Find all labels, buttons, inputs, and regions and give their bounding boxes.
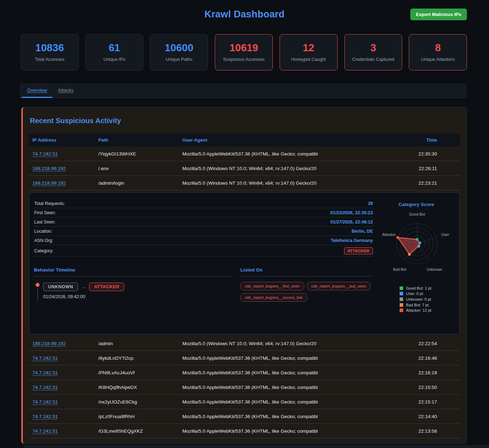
time-cell: 22:16:46	[396, 355, 456, 361]
ip-address-link[interactable]: 188.218.99.192	[32, 341, 66, 346]
column-header-path: Path	[98, 137, 182, 143]
ip-address-link[interactable]: 74.7.242.51	[32, 355, 58, 361]
timeline-from-badge: UNKNOWN	[43, 283, 78, 291]
path-cell: /G3Lme9ShEQgXKZ	[98, 428, 182, 434]
stat-label: Honeypot Caught	[282, 57, 335, 62]
table-row[interactable]: 74.7.242.51/PN9LvAcJ4uoVfMozilla/5.0 App…	[29, 365, 460, 380]
time-cell: 22:15:50	[396, 385, 456, 390]
listed-on-title: Listed On	[240, 267, 373, 276]
info-label: Location:	[34, 229, 52, 234]
stat-label: Total Accesses	[23, 57, 76, 62]
listed-on-badge: cidr_report_bogons__first_seen	[240, 282, 304, 290]
path-cell: /admin	[98, 341, 182, 346]
path-cell: /YiqykGI13WHXE	[98, 151, 182, 157]
time-cell: 22:35:30	[396, 151, 456, 157]
stat-value: 10600	[152, 42, 206, 54]
table-row[interactable]: 74.7.242.51/8ykdLnDYTi2cpMozilla/5.0 App…	[29, 351, 460, 365]
ip-address-link[interactable]: 188.218.99.192	[32, 166, 66, 171]
legend-item: Good Bot: 1 pt	[400, 285, 455, 291]
timeline-timestamp: 01/24/2026, 09:42:00	[43, 294, 124, 299]
ip-address-link[interactable]: 188.218.99.192	[32, 180, 66, 186]
ip-address-link[interactable]: 74.7.242.51	[32, 151, 58, 157]
ip-detail-panel: Total Requests:39First Seen:01/23/2026, …	[29, 192, 460, 334]
time-cell: 22:26:11	[396, 166, 456, 171]
user-agent-cell: Mozilla/5.0 AppleWebKit/537.36 (KHTML, l…	[182, 385, 396, 390]
table-row[interactable]: 74.7.242.51/nx2yUOZuE6CkgMozilla/5.0 App…	[29, 395, 460, 409]
stats-row: 10836Total Accesses61Unique IPs10600Uniq…	[21, 34, 467, 70]
table-row[interactable]: 188.218.99.192/adminMozilla/5.0 (Windows…	[29, 336, 460, 351]
tab-attacks[interactable]: Attacks	[52, 83, 79, 98]
time-cell: 22:22:54	[396, 341, 456, 346]
info-label: Last Seen:	[34, 220, 56, 225]
table-row[interactable]: 74.7.242.51/K8HQq9hAipeDXMozilla/5.0 App…	[29, 380, 460, 395]
stat-value: 3	[347, 42, 400, 54]
radar-axis-label: User	[441, 232, 449, 237]
stat-value: 12	[282, 42, 335, 54]
listed-on-badge: cidr_report_bogons__source_link	[240, 293, 307, 302]
info-value: 01/27/2026, 22:48:12	[330, 220, 373, 225]
path-cell: /.env	[98, 166, 182, 171]
recent-suspicious-activity-panel: Recent Suspicious Activity IP Address Pa…	[21, 107, 467, 444]
listed-on-badges: cidr_report_bogons__first_seencidr_repor…	[240, 282, 373, 302]
stat-value: 61	[88, 42, 141, 54]
stat-value: 10836	[23, 42, 76, 54]
table-rows-top: 74.7.242.51/YiqykGI13WHXEMozilla/5.0 App…	[29, 147, 460, 190]
stat-label: Suspicious Accesses	[217, 57, 270, 62]
export-malicious-ips-button[interactable]: Export Malicious IPs	[410, 9, 467, 20]
table-row[interactable]: 74.7.242.51/G3Lme9ShEQgXKZMozilla/5.0 Ap…	[29, 424, 460, 438]
radar-axis-label: Good Bot	[409, 212, 425, 216]
stat-card: 12Honeypot Caught	[280, 34, 338, 70]
legend-swatch-icon	[400, 292, 403, 295]
info-label: First Seen:	[34, 210, 56, 215]
ip-address-link[interactable]: 74.7.242.51	[32, 399, 58, 405]
detail-info-list: Total Requests:39First Seen:01/23/2026, …	[34, 199, 373, 245]
timeline-line	[37, 288, 38, 301]
time-cell: 22:23:21	[396, 180, 456, 186]
table-rows-bottom: 188.218.99.192/adminMozilla/5.0 (Windows…	[29, 336, 460, 438]
radar-axis-label: Bad Bot	[393, 267, 406, 272]
legend-label: Attacker: 12 pt	[406, 308, 431, 312]
horizontal-scrollbar[interactable]	[23, 445, 489, 448]
user-agent-cell: Mozilla/5.0 (Windows NT 10.0; Win64; x64…	[182, 180, 396, 186]
stat-card: 10836Total Accesses	[21, 34, 79, 70]
ip-address-link[interactable]: 74.7.242.51	[32, 385, 58, 390]
radar-legend: Good Bot: 1 ptUser: 0 ptUnknown: 0 ptBad…	[400, 285, 455, 313]
info-label: ASN Org:	[34, 238, 53, 243]
legend-label: Unknown: 0 pt	[406, 297, 431, 301]
table-row[interactable]: 188.218.99.192/.envMozilla/5.0 (Windows …	[29, 161, 460, 176]
ip-address-link[interactable]: 74.7.242.51	[32, 414, 58, 419]
user-agent-cell: Mozilla/5.0 AppleWebKit/537.36 (KHTML, l…	[182, 355, 396, 361]
stat-value: 10619	[217, 42, 270, 54]
panel-title: Recent Suspicious Activity	[30, 117, 460, 125]
arrow-right-icon: →	[81, 284, 86, 290]
legend-item: Unknown: 0 pt	[400, 296, 455, 302]
legend-label: Good Bot: 1 pt	[406, 286, 431, 290]
stat-label: Credentials Captured	[347, 57, 400, 62]
column-header-user-agent: User-Agent	[182, 137, 396, 143]
app-header: Krawl Dashboard Export Malicious IPs	[0, 0, 489, 22]
legend-item: Attacker: 12 pt	[400, 307, 455, 313]
timeline-to-badge: ATTACKER	[89, 283, 124, 291]
table-row[interactable]: 74.7.242.51/YiqykGI13WHXEMozilla/5.0 App…	[29, 147, 460, 161]
category-score-chart: Category Score Good BotUserUnknownBad Bo…	[378, 198, 455, 327]
radar-chart-title: Category Score	[378, 202, 455, 207]
radar-axis-label: Attacker	[382, 232, 396, 237]
legend-swatch-icon	[400, 297, 403, 301]
stat-label: Unique Attackers	[411, 57, 464, 62]
detail-info-row: Location:Berlin, DE	[34, 227, 373, 236]
time-cell: 22:14:40	[396, 414, 456, 419]
detail-category-row: Category: ATTACKER	[34, 245, 373, 257]
ip-address-link[interactable]: 74.7.242.51	[32, 428, 58, 434]
info-value: Berlin, DE	[352, 229, 373, 234]
tab-overview[interactable]: Overview	[22, 83, 52, 98]
ip-address-link[interactable]: 74.7.242.51	[32, 370, 58, 375]
stat-card: 8Unique Attackers	[409, 34, 467, 70]
table-row[interactable]: 74.7.242.51/pLz0Fnua9fRhHMozilla/5.0 App…	[29, 409, 460, 424]
user-agent-cell: Mozilla/5.0 AppleWebKit/537.36 (KHTML, l…	[182, 399, 396, 405]
path-cell: /pLz0Fnua9fRhH	[98, 414, 182, 419]
legend-swatch-icon	[400, 286, 403, 290]
activity-table: IP Address Path User-Agent Time 74.7.242…	[29, 133, 460, 438]
table-row[interactable]: 188.218.99.192/admin/loginMozilla/5.0 (W…	[29, 176, 460, 190]
stat-card: 10619Suspicious Accesses	[215, 34, 273, 70]
stat-label: Unique Paths	[152, 57, 206, 62]
